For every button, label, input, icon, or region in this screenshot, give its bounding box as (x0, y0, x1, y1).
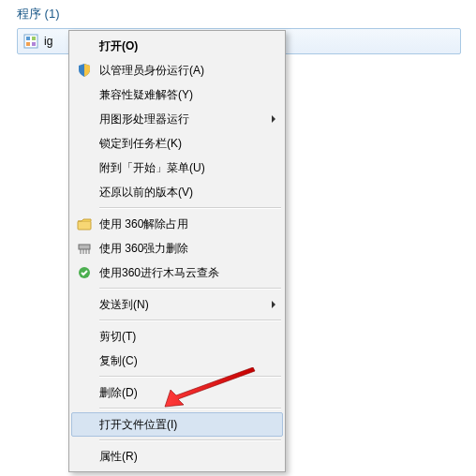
menu-label: 删除(D) (99, 385, 275, 401)
app-icon (23, 34, 38, 49)
menu-label: 使用 360强力删除 (99, 241, 275, 257)
svg-rect-3 (26, 42, 30, 46)
menu-360-unlock[interactable]: 使用 360解除占用 (71, 212, 283, 236)
menu-send-to[interactable]: 发送到(N) (71, 292, 283, 317)
menu-label: 兼容性疑难解答(Y) (99, 87, 275, 103)
svg-rect-6 (79, 245, 90, 249)
menu-open[interactable]: 打开(O) (71, 34, 283, 58)
chevron-right-icon (272, 115, 275, 123)
menu-label: 打开文件位置(I) (99, 417, 275, 433)
separator (99, 207, 281, 209)
svg-rect-5 (78, 221, 91, 230)
section-header-programs: 程序 (1) (17, 6, 459, 22)
menu-properties[interactable]: 属性(R) (71, 444, 283, 469)
menu-label: 使用 360解除占用 (99, 216, 275, 232)
menu-delete[interactable]: 删除(D) (71, 380, 283, 405)
menu-pin-start[interactable]: 附到「开始」菜单(U) (71, 156, 283, 180)
separator (99, 408, 281, 409)
menu-cut[interactable]: 剪切(T) (71, 324, 283, 349)
menu-label: 打开(O) (99, 38, 275, 54)
shredder-icon (75, 241, 94, 256)
scan-shield-icon (75, 265, 94, 280)
folder-unlock-icon (75, 216, 94, 231)
svg-rect-2 (32, 37, 36, 40)
menu-360-force-delete[interactable]: 使用 360强力删除 (71, 236, 283, 260)
search-result-label: ig (44, 35, 52, 48)
menu-label: 还原以前的版本(V) (99, 185, 275, 201)
svg-rect-4 (32, 42, 36, 46)
menu-label: 附到「开始」菜单(U) (99, 160, 275, 176)
separator (99, 288, 281, 290)
context-menu: 打开(O) 以管理员身份运行(A) 兼容性疑难解答(Y) 用图形处理器运行 锁定… (68, 30, 286, 472)
separator (99, 320, 281, 321)
menu-label: 属性(R) (99, 449, 275, 465)
menu-label: 以管理员身份运行(A) (99, 63, 275, 79)
menu-label: 用图形处理器运行 (99, 112, 272, 127)
chevron-right-icon (272, 301, 275, 308)
menu-360-scan[interactable]: 使用360进行木马云查杀 (71, 260, 283, 285)
separator (99, 376, 281, 378)
menu-copy[interactable]: 复制(C) (71, 349, 283, 373)
menu-open-file-location[interactable]: 打开文件位置(I) (71, 412, 283, 437)
svg-rect-1 (26, 37, 30, 40)
shield-icon (75, 63, 94, 78)
menu-label: 发送到(N) (99, 297, 272, 313)
menu-run-with-gpu[interactable]: 用图形处理器运行 (71, 107, 283, 131)
separator (99, 439, 281, 441)
menu-troubleshoot[interactable]: 兼容性疑难解答(Y) (71, 82, 283, 107)
menu-label: 剪切(T) (99, 329, 275, 345)
menu-pin-taskbar[interactable]: 锁定到任务栏(K) (71, 131, 283, 156)
menu-restore-previous[interactable]: 还原以前的版本(V) (71, 180, 283, 204)
menu-run-as-admin[interactable]: 以管理员身份运行(A) (71, 58, 283, 82)
menu-label: 锁定到任务栏(K) (99, 136, 275, 152)
menu-label: 复制(C) (99, 353, 275, 369)
menu-label: 使用360进行木马云查杀 (99, 265, 275, 281)
